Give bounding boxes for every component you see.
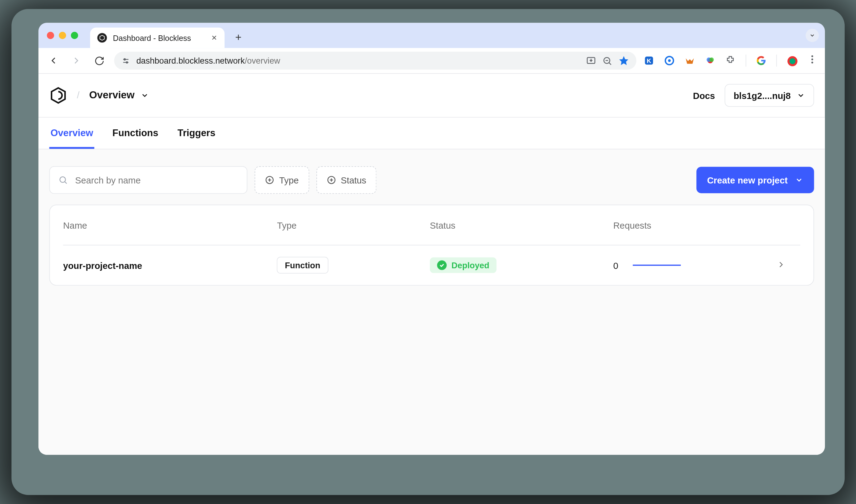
new-tab-button[interactable]: + bbox=[229, 28, 248, 47]
window-zoom-button[interactable] bbox=[71, 32, 78, 39]
extension-icon-1[interactable]: K bbox=[644, 55, 654, 66]
breadcrumb-separator: / bbox=[77, 90, 79, 101]
search-icon bbox=[58, 175, 68, 185]
window-close-button[interactable] bbox=[47, 32, 54, 39]
nav-forward-button[interactable] bbox=[69, 53, 84, 69]
toolbar-right: K bbox=[644, 54, 818, 67]
url-text: dashboard.blockless.network/overview bbox=[136, 56, 580, 66]
col-status: Status bbox=[430, 220, 613, 230]
chevron-down-icon bbox=[795, 176, 803, 184]
browser-tabstrip: Dashboard - Blockless ✕ + bbox=[38, 23, 825, 48]
page-content: / Overview Docs bls1g2....nuj8 Overview … bbox=[38, 74, 825, 455]
requests-cell: 0 bbox=[613, 260, 776, 270]
chevron-down-icon bbox=[797, 91, 805, 100]
filter-status-label: Status bbox=[341, 175, 366, 185]
svg-point-20 bbox=[812, 55, 813, 57]
tabs-overflow-button[interactable] bbox=[806, 29, 819, 42]
site-settings-icon bbox=[121, 56, 130, 65]
filter-status-button[interactable]: Status bbox=[316, 166, 376, 194]
window-minimize-button[interactable] bbox=[59, 32, 66, 39]
status-label: Deployed bbox=[451, 260, 489, 270]
project-name: your-project-name bbox=[63, 260, 277, 270]
projects-table: Name Type Status Requests your-project-n… bbox=[49, 205, 814, 286]
table-row[interactable]: your-project-name Function Deployed bbox=[63, 246, 800, 285]
breadcrumb-dropdown[interactable]: Overview bbox=[89, 89, 149, 102]
svg-point-22 bbox=[812, 62, 813, 64]
col-requests: Requests bbox=[613, 220, 776, 230]
overview-content: Type Status Create new project Name Type bbox=[38, 149, 825, 455]
svg-text:K: K bbox=[647, 57, 651, 64]
project-type-badge: Function bbox=[277, 257, 328, 274]
check-circle-icon bbox=[437, 260, 446, 270]
breadcrumb-label: Overview bbox=[89, 89, 135, 102]
browser-toolbar: dashboard.blockless.network/overview K bbox=[38, 48, 825, 74]
browser-window: Dashboard - Blockless ✕ + dashboard. bbox=[38, 23, 825, 455]
nav-back-button[interactable] bbox=[46, 53, 61, 69]
account-dropdown[interactable]: bls1g2....nuj8 bbox=[725, 84, 814, 107]
svg-marker-10 bbox=[619, 56, 628, 65]
svg-point-3 bbox=[124, 58, 125, 60]
filter-type-label: Type bbox=[279, 175, 299, 185]
svg-point-21 bbox=[812, 58, 813, 60]
tab-overview[interactable]: Overview bbox=[49, 128, 94, 149]
browser-menu-button[interactable] bbox=[807, 54, 818, 67]
tab-title: Dashboard - Blockless bbox=[113, 33, 206, 42]
create-project-button[interactable]: Create new project bbox=[696, 167, 814, 193]
docs-link[interactable]: Docs bbox=[693, 90, 715, 101]
tab-functions[interactable]: Functions bbox=[111, 128, 159, 149]
browser-tab[interactable]: Dashboard - Blockless ✕ bbox=[90, 28, 225, 48]
filter-type-button[interactable]: Type bbox=[254, 166, 309, 194]
search-input-wrapper[interactable] bbox=[49, 166, 247, 194]
svg-marker-0 bbox=[100, 35, 105, 40]
search-input[interactable] bbox=[74, 174, 238, 186]
profile-avatar[interactable] bbox=[786, 55, 797, 66]
tab-triggers[interactable]: Triggers bbox=[176, 128, 216, 149]
app-header: / Overview Docs bls1g2....nuj8 bbox=[38, 74, 825, 118]
row-chevron[interactable] bbox=[776, 259, 800, 271]
extension-icon-4[interactable] bbox=[705, 55, 715, 66]
status-badge: Deployed bbox=[430, 257, 497, 273]
create-project-label: Create new project bbox=[707, 175, 787, 185]
address-bar[interactable]: dashboard.blockless.network/overview bbox=[114, 52, 637, 70]
google-account-icon[interactable] bbox=[756, 55, 767, 66]
brand-logo[interactable] bbox=[49, 86, 67, 105]
chevron-down-icon bbox=[141, 91, 149, 100]
extension-icon-2[interactable] bbox=[664, 55, 675, 66]
controls-row: Type Status Create new project bbox=[49, 166, 814, 194]
col-type: Type bbox=[277, 220, 430, 230]
svg-marker-23 bbox=[51, 88, 65, 103]
table-header: Name Type Status Requests bbox=[63, 205, 800, 246]
extensions-menu-icon[interactable] bbox=[725, 55, 736, 66]
zoom-icon[interactable] bbox=[602, 56, 612, 66]
svg-point-24 bbox=[60, 177, 66, 182]
svg-line-8 bbox=[609, 62, 611, 65]
bookmark-icon[interactable] bbox=[618, 55, 629, 66]
svg-line-25 bbox=[65, 182, 67, 184]
page-tabs: Overview Functions Triggers bbox=[38, 118, 825, 149]
tab-close-button[interactable]: ✕ bbox=[211, 34, 217, 42]
nav-reload-button[interactable] bbox=[91, 53, 107, 69]
sparkline bbox=[632, 265, 680, 266]
svg-point-14 bbox=[668, 59, 671, 62]
window-controls bbox=[47, 23, 90, 48]
extension-icon-3[interactable] bbox=[684, 55, 695, 66]
plus-circle-icon bbox=[265, 175, 274, 185]
requests-count: 0 bbox=[613, 260, 618, 270]
svg-point-4 bbox=[126, 61, 128, 63]
tab-favicon bbox=[97, 33, 107, 42]
col-name: Name bbox=[63, 220, 277, 230]
install-app-icon[interactable] bbox=[586, 56, 596, 66]
plus-circle-icon bbox=[326, 175, 336, 185]
account-label: bls1g2....nuj8 bbox=[734, 90, 791, 101]
